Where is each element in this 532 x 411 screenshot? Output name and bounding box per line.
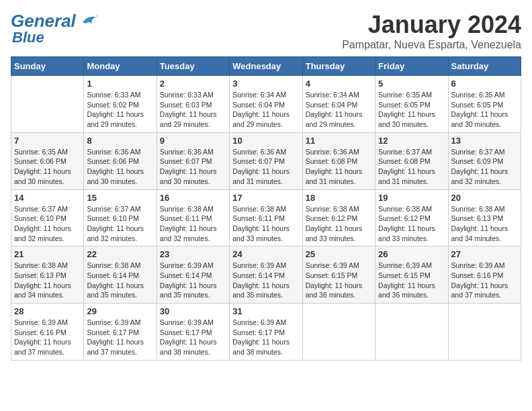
calendar-cell: 22Sunrise: 6:38 AMSunset: 6:14 PMDayligh… [84, 246, 157, 304]
weekday-header: Wednesday [230, 57, 302, 76]
logo-blue-text: Blue [12, 29, 97, 46]
day-number: 31 [232, 306, 299, 316]
calendar-week-row: 1Sunrise: 6:33 AMSunset: 6:02 PMDaylight… [11, 76, 521, 133]
day-info: Sunrise: 6:35 AMSunset: 6:06 PMDaylight:… [14, 147, 81, 187]
day-info: Sunrise: 6:39 AMSunset: 6:16 PMDaylight:… [14, 318, 81, 357]
page-title: January 2024 [342, 11, 521, 39]
day-info: Sunrise: 6:37 AMSunset: 6:10 PMDaylight:… [14, 204, 81, 244]
day-number: 24 [232, 249, 299, 259]
weekday-header: Tuesday [157, 57, 229, 76]
day-number: 11 [306, 136, 372, 146]
day-info: Sunrise: 6:36 AMSunset: 6:06 PMDaylight:… [87, 147, 153, 187]
day-number: 13 [451, 136, 518, 146]
day-info: Sunrise: 6:33 AMSunset: 6:02 PMDaylight:… [87, 90, 153, 130]
day-number: 15 [87, 193, 153, 203]
calendar-cell: 29Sunrise: 6:39 AMSunset: 6:17 PMDayligh… [84, 304, 157, 361]
calendar-cell [302, 304, 375, 361]
day-number: 16 [160, 193, 226, 203]
day-number: 1 [87, 79, 153, 89]
calendar-cell: 31Sunrise: 6:39 AMSunset: 6:17 PMDayligh… [230, 304, 302, 361]
day-number: 9 [160, 136, 226, 146]
day-number: 4 [306, 79, 372, 89]
calendar-cell: 23Sunrise: 6:39 AMSunset: 6:14 PMDayligh… [157, 246, 229, 304]
day-number: 12 [378, 136, 445, 146]
day-number: 22 [87, 249, 153, 259]
day-info: Sunrise: 6:39 AMSunset: 6:17 PMDaylight:… [160, 318, 226, 357]
calendar-cell: 16Sunrise: 6:38 AMSunset: 6:11 PMDayligh… [157, 189, 229, 246]
calendar-cell: 26Sunrise: 6:39 AMSunset: 6:15 PMDayligh… [375, 246, 448, 304]
day-info: Sunrise: 6:37 AMSunset: 6:08 PMDaylight:… [378, 147, 445, 187]
calendar-cell: 2Sunrise: 6:33 AMSunset: 6:03 PMDaylight… [157, 76, 229, 133]
calendar-cell: 20Sunrise: 6:38 AMSunset: 6:13 PMDayligh… [448, 189, 521, 246]
calendar-header-row: SundayMondayTuesdayWednesdayThursdayFrid… [11, 57, 521, 76]
calendar-cell: 28Sunrise: 6:39 AMSunset: 6:16 PMDayligh… [11, 304, 84, 361]
day-info: Sunrise: 6:39 AMSunset: 6:14 PMDaylight:… [160, 261, 226, 300]
day-info: Sunrise: 6:35 AMSunset: 6:05 PMDaylight:… [378, 90, 445, 130]
calendar-week-row: 21Sunrise: 6:38 AMSunset: 6:13 PMDayligh… [11, 246, 521, 304]
weekday-header: Monday [84, 57, 157, 76]
day-number: 29 [87, 306, 153, 316]
day-number: 28 [14, 306, 81, 316]
day-info: Sunrise: 6:34 AMSunset: 6:04 PMDaylight:… [306, 90, 372, 130]
calendar-cell: 13Sunrise: 6:37 AMSunset: 6:09 PMDayligh… [448, 132, 521, 189]
calendar-cell [375, 304, 448, 361]
day-number: 26 [378, 249, 445, 259]
day-info: Sunrise: 6:39 AMSunset: 6:15 PMDaylight:… [378, 261, 445, 300]
day-number: 23 [160, 249, 226, 259]
day-info: Sunrise: 6:36 AMSunset: 6:07 PMDaylight:… [160, 147, 226, 187]
day-number: 27 [451, 249, 518, 259]
page-header: General Blue January 2024 Pampatar, Nuev… [11, 11, 521, 51]
calendar-cell: 25Sunrise: 6:39 AMSunset: 6:15 PMDayligh… [302, 246, 375, 304]
day-number: 20 [451, 193, 518, 203]
day-info: Sunrise: 6:39 AMSunset: 6:17 PMDaylight:… [232, 318, 299, 357]
calendar-cell: 5Sunrise: 6:35 AMSunset: 6:05 PMDaylight… [375, 76, 448, 133]
calendar-cell: 4Sunrise: 6:34 AMSunset: 6:04 PMDaylight… [302, 76, 375, 133]
calendar-cell [448, 304, 521, 361]
day-info: Sunrise: 6:38 AMSunset: 6:13 PMDaylight:… [451, 204, 518, 244]
day-number: 18 [306, 193, 372, 203]
day-info: Sunrise: 6:36 AMSunset: 6:08 PMDaylight:… [306, 147, 372, 187]
calendar-cell: 12Sunrise: 6:37 AMSunset: 6:08 PMDayligh… [375, 132, 448, 189]
calendar-cell: 18Sunrise: 6:38 AMSunset: 6:12 PMDayligh… [302, 189, 375, 246]
day-number: 8 [87, 136, 153, 146]
calendar-cell: 3Sunrise: 6:34 AMSunset: 6:04 PMDaylight… [230, 76, 302, 133]
calendar-cell: 6Sunrise: 6:35 AMSunset: 6:05 PMDaylight… [448, 76, 521, 133]
day-info: Sunrise: 6:38 AMSunset: 6:12 PMDaylight:… [306, 204, 372, 244]
day-number: 14 [14, 193, 81, 203]
day-number: 25 [306, 249, 372, 259]
calendar-cell: 15Sunrise: 6:37 AMSunset: 6:10 PMDayligh… [84, 189, 157, 246]
day-info: Sunrise: 6:38 AMSunset: 6:12 PMDaylight:… [378, 204, 445, 244]
day-number: 3 [232, 79, 299, 89]
calendar-week-row: 28Sunrise: 6:39 AMSunset: 6:16 PMDayligh… [11, 304, 521, 361]
day-number: 7 [14, 136, 81, 146]
day-number: 21 [14, 249, 81, 259]
calendar-cell: 19Sunrise: 6:38 AMSunset: 6:12 PMDayligh… [375, 189, 448, 246]
day-info: Sunrise: 6:39 AMSunset: 6:17 PMDaylight:… [87, 318, 153, 357]
weekday-header: Friday [375, 57, 448, 76]
calendar-cell: 9Sunrise: 6:36 AMSunset: 6:07 PMDaylight… [157, 132, 229, 189]
logo-bird-icon [77, 14, 97, 30]
day-info: Sunrise: 6:37 AMSunset: 6:10 PMDaylight:… [87, 204, 153, 244]
day-number: 17 [232, 193, 299, 203]
calendar-cell [11, 76, 84, 133]
calendar-cell: 11Sunrise: 6:36 AMSunset: 6:08 PMDayligh… [302, 132, 375, 189]
day-info: Sunrise: 6:39 AMSunset: 6:15 PMDaylight:… [306, 261, 372, 300]
weekday-header: Saturday [448, 57, 521, 76]
title-block: January 2024 Pampatar, Nueva Esparta, Ve… [342, 11, 521, 51]
calendar-cell: 8Sunrise: 6:36 AMSunset: 6:06 PMDaylight… [84, 132, 157, 189]
day-number: 19 [378, 193, 445, 203]
logo: General Blue [11, 11, 97, 46]
calendar-week-row: 7Sunrise: 6:35 AMSunset: 6:06 PMDaylight… [11, 132, 521, 189]
calendar-cell: 24Sunrise: 6:39 AMSunset: 6:14 PMDayligh… [230, 246, 302, 304]
calendar-cell: 27Sunrise: 6:39 AMSunset: 6:16 PMDayligh… [448, 246, 521, 304]
day-number: 30 [160, 306, 226, 316]
calendar-cell: 14Sunrise: 6:37 AMSunset: 6:10 PMDayligh… [11, 189, 84, 246]
calendar-cell: 7Sunrise: 6:35 AMSunset: 6:06 PMDaylight… [11, 132, 84, 189]
calendar-cell: 17Sunrise: 6:38 AMSunset: 6:11 PMDayligh… [230, 189, 302, 246]
calendar-cell: 30Sunrise: 6:39 AMSunset: 6:17 PMDayligh… [157, 304, 229, 361]
day-number: 5 [378, 79, 445, 89]
day-info: Sunrise: 6:38 AMSunset: 6:11 PMDaylight:… [232, 204, 299, 244]
calendar-cell: 1Sunrise: 6:33 AMSunset: 6:02 PMDaylight… [84, 76, 157, 133]
day-info: Sunrise: 6:39 AMSunset: 6:14 PMDaylight:… [232, 261, 299, 300]
calendar-cell: 10Sunrise: 6:36 AMSunset: 6:07 PMDayligh… [230, 132, 302, 189]
